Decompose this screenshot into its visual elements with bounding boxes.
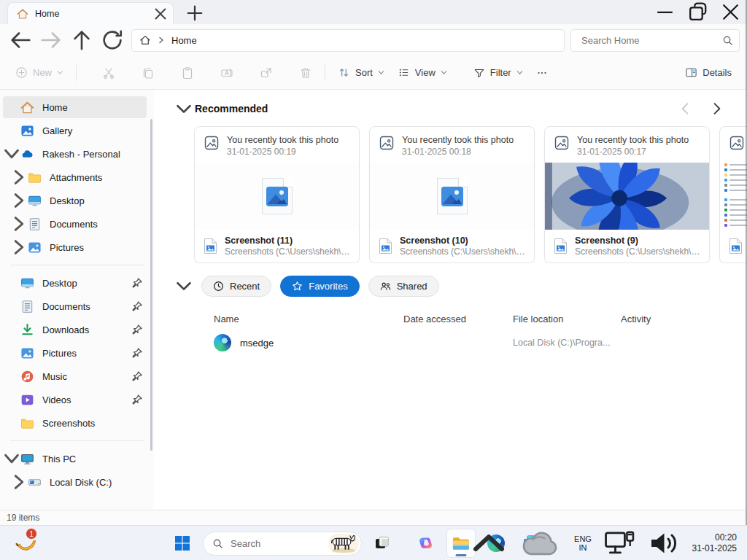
rename-button[interactable] <box>214 61 240 85</box>
collapse-recommended-icon[interactable] <box>173 98 195 120</box>
sidebar-item-rakesh-personal[interactable]: Rakesh - Personal <box>3 143 147 165</box>
share-button[interactable] <box>253 61 279 85</box>
tray-chevron-up-icon[interactable] <box>462 529 515 558</box>
sidebar-item-attachments[interactable]: Attachments <box>3 166 147 188</box>
minimize-button[interactable] <box>649 0 681 24</box>
recommended-card-partial[interactable] <box>719 126 747 263</box>
tab-recent[interactable]: Recent <box>201 276 271 297</box>
home-icon <box>17 8 28 20</box>
command-toolbar: New Sort View Filter <box>0 56 747 90</box>
recommended-card-screenshot-10-[interactable]: You recently took this photo31-01-2025 0… <box>369 126 535 263</box>
paste-button[interactable] <box>174 61 201 85</box>
music-icon <box>20 370 34 384</box>
tab-favorites[interactable]: Favorites <box>280 276 359 297</box>
copilot-button[interactable] <box>411 529 441 558</box>
search-highlight-chip[interactable] <box>328 534 359 553</box>
search-input[interactable] <box>580 34 722 47</box>
back-button[interactable] <box>7 28 34 52</box>
sidebar-item-downloads[interactable]: Downloads <box>3 319 147 341</box>
sidebar-item-screenshots[interactable]: Screenshots <box>3 412 147 434</box>
taskbar-search-input[interactable] <box>229 537 322 550</box>
start-button[interactable] <box>168 529 197 558</box>
sidebar-item-local-disk-c-[interactable]: Local Disk (C:) <box>3 471 147 493</box>
navigation-bar: Home <box>0 24 747 56</box>
new-button[interactable]: New <box>9 61 70 85</box>
toolbar-divider <box>325 65 325 81</box>
photo-icon <box>729 135 745 151</box>
sidebar-item-label: Desktop <box>50 195 147 206</box>
tab-close-icon[interactable] <box>152 6 169 22</box>
onedrive-tray-icon[interactable] <box>515 529 568 558</box>
documents-icon <box>20 300 34 314</box>
sidebar-item-label: Home <box>42 102 147 113</box>
chevron-down-icon[interactable] <box>3 450 20 467</box>
sidebar-item-home[interactable]: Home <box>3 96 147 118</box>
chevron-right-icon[interactable] <box>10 215 28 233</box>
volume-icon[interactable] <box>642 529 686 558</box>
column-header-name[interactable]: Name <box>214 314 403 324</box>
sidebar-item-documents[interactable]: Documents <box>3 295 147 317</box>
tab-home[interactable]: Home <box>7 2 174 24</box>
cut-button[interactable] <box>96 61 122 85</box>
column-header-file-location[interactable]: File location <box>513 314 621 324</box>
details-button[interactable]: Details <box>678 61 738 85</box>
sidebar-scrollbar[interactable] <box>150 119 152 451</box>
collapse-activity-icon[interactable] <box>173 275 195 297</box>
sidebar-divider <box>10 265 144 265</box>
up-button[interactable] <box>69 28 95 52</box>
address-bar[interactable]: Home <box>131 29 565 52</box>
chevron-right-icon[interactable] <box>10 238 28 256</box>
filter-button[interactable]: Filter <box>467 61 530 85</box>
sidebar-item-documents[interactable]: Documents <box>3 213 147 235</box>
recommended-card-screenshot-9-[interactable]: You recently took this photo31-01-2025 0… <box>544 126 710 263</box>
copy-button[interactable] <box>135 61 161 85</box>
card-file-path: Screenshots (C:\Users\shekh\O... <box>225 246 350 258</box>
tab-strip: Home <box>0 0 747 24</box>
tab-title: Home <box>35 9 146 19</box>
tab-shared[interactable]: Shared <box>368 276 439 297</box>
more-options-button[interactable] <box>530 61 554 85</box>
chevron-right-icon[interactable] <box>10 473 28 491</box>
view-button[interactable]: View <box>391 61 454 85</box>
sidebar-item-pictures[interactable]: Pictures <box>3 236 147 258</box>
sort-button[interactable]: Sort <box>331 61 391 85</box>
column-header-activity[interactable]: Activity <box>621 314 708 324</box>
taskbar-search[interactable] <box>203 532 362 556</box>
carousel-left-icon[interactable] <box>678 101 693 116</box>
delete-button[interactable] <box>293 61 319 85</box>
sidebar-item-gallery[interactable]: Gallery <box>3 120 147 141</box>
rename-icon <box>220 66 233 79</box>
sidebar-item-label: Attachments <box>50 172 147 183</box>
refresh-button[interactable] <box>99 28 125 52</box>
sidebar-item-label: Gallery <box>42 125 147 136</box>
maximize-button[interactable] <box>681 0 714 24</box>
network-icon[interactable] <box>597 529 642 558</box>
sidebar-item-desktop[interactable]: Desktop <box>3 190 147 211</box>
sidebar-item-videos[interactable]: Videos <box>3 389 147 411</box>
sidebar-item-this-pc[interactable]: This PC <box>3 448 147 470</box>
chevron-right-icon[interactable] <box>10 168 28 186</box>
table-row-msedge[interactable]: msedgeLocal Disk (C:)\Progra... <box>214 329 747 357</box>
column-header-date-accessed[interactable]: Date accessed <box>403 314 513 324</box>
search-icon[interactable] <box>722 35 733 46</box>
activity-tabs-row: RecentFavoritesShared <box>173 275 747 297</box>
view-icon <box>398 66 410 79</box>
sidebar-item-desktop[interactable]: Desktop <box>3 272 147 294</box>
chevron-down-icon[interactable] <box>3 145 20 163</box>
notification-app-button[interactable]: 1 <box>13 530 38 555</box>
star-icon <box>292 281 303 292</box>
folder-icon <box>28 171 42 184</box>
close-button[interactable] <box>714 0 747 24</box>
carousel-right-icon[interactable] <box>709 101 724 116</box>
sidebar-item-music[interactable]: Music <box>3 365 147 387</box>
clock[interactable]: 00:20 31-01-2025 <box>686 529 744 558</box>
chevron-right-icon[interactable] <box>10 192 28 209</box>
language-switcher[interactable]: ENG IN <box>568 529 597 558</box>
forward-button[interactable] <box>38 28 64 52</box>
new-tab-button[interactable] <box>185 4 204 23</box>
recommended-card-screenshot-11-[interactable]: You recently took this photo31-01-2025 0… <box>194 126 360 263</box>
sidebar-item-pictures[interactable]: Pictures <box>3 342 147 364</box>
task-view-button[interactable] <box>368 529 397 558</box>
recommended-header: Recommended <box>173 98 747 119</box>
breadcrumb[interactable]: Home <box>171 35 197 46</box>
